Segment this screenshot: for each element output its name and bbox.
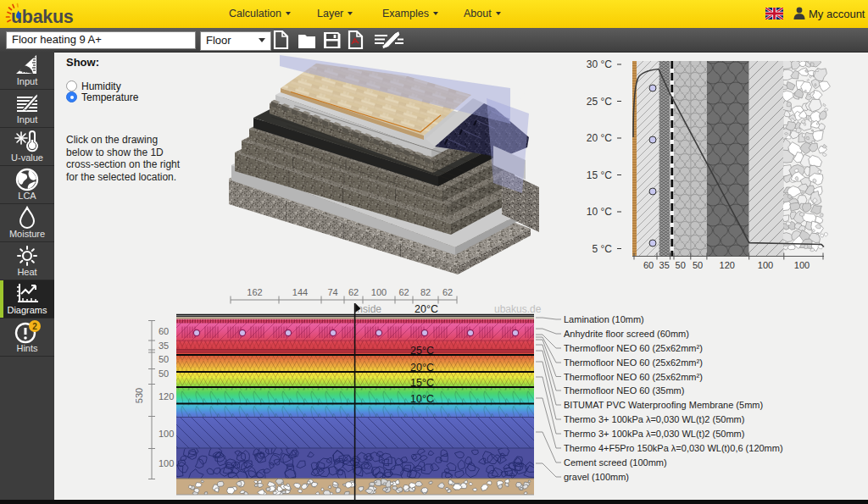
svg-text:100: 100 bbox=[159, 429, 174, 439]
svg-text:30 °C: 30 °C bbox=[587, 58, 612, 70]
svg-text:120: 120 bbox=[720, 260, 735, 270]
svg-text:82: 82 bbox=[420, 287, 431, 297]
svg-text:Anhydrite floor screed (60mm): Anhydrite floor screed (60mm) bbox=[564, 329, 689, 339]
svg-text:62: 62 bbox=[442, 287, 453, 297]
svg-text:BITUMAT PVC Waterproofing Memb: BITUMAT PVC Waterproofing Membrane (5mm) bbox=[564, 400, 763, 410]
svg-text:2: 2 bbox=[32, 322, 37, 331]
svg-text:5 °C: 5 °C bbox=[593, 243, 613, 255]
svg-text:20°C: 20°C bbox=[410, 362, 434, 374]
svg-text:15 °C: 15 °C bbox=[587, 169, 612, 181]
svg-text:20 °C: 20 °C bbox=[587, 132, 612, 144]
svg-text:Thermofloor NEO 60 (25x62mm²): Thermofloor NEO 60 (25x62mm²) bbox=[564, 357, 703, 368]
svg-text:50: 50 bbox=[676, 260, 686, 270]
svg-text:ubakus.de: ubakus.de bbox=[494, 303, 542, 315]
svg-text:Thermofloor NEO 60 (25x62mm²): Thermofloor NEO 60 (25x62mm²) bbox=[564, 372, 703, 382]
svg-text:Thermofloor NEO 60 (35mm): Thermofloor NEO 60 (35mm) bbox=[564, 385, 684, 396]
svg-text:530: 530 bbox=[136, 388, 144, 403]
svg-text:gravel (100mm): gravel (100mm) bbox=[564, 472, 629, 482]
svg-text:Lamination (10mm): Lamination (10mm) bbox=[564, 314, 644, 324]
svg-text:74: 74 bbox=[327, 287, 337, 297]
svg-text:62: 62 bbox=[348, 287, 359, 297]
svg-text:120: 120 bbox=[159, 391, 174, 402]
svg-text:10°C: 10°C bbox=[410, 393, 434, 405]
svg-text:25°C: 25°C bbox=[410, 345, 434, 357]
svg-text:50: 50 bbox=[159, 368, 169, 379]
svg-text:50: 50 bbox=[159, 354, 169, 364]
svg-text:100: 100 bbox=[159, 458, 174, 468]
svg-text:10 °C: 10 °C bbox=[587, 206, 612, 218]
svg-text:35: 35 bbox=[659, 260, 670, 270]
svg-text:60: 60 bbox=[643, 260, 654, 270]
svg-text:25 °C: 25 °C bbox=[587, 96, 612, 108]
svg-text:Cement screed (100mm): Cement screed (100mm) bbox=[564, 457, 667, 468]
svg-text:60: 60 bbox=[159, 326, 169, 336]
svg-text:162: 162 bbox=[247, 287, 262, 297]
svg-text:35: 35 bbox=[159, 341, 169, 351]
svg-text:Thermo 3+ 100kPa λ=0,030 WL(t): Thermo 3+ 100kPa λ=0,030 WL(t)2 (50mm) bbox=[564, 429, 744, 439]
svg-text:15°C: 15°C bbox=[410, 377, 434, 389]
svg-text:Thermo 4+F5Pro 150kPa λ=0,030: Thermo 4+F5Pro 150kPa λ=0,030 WL(t)0,6 (… bbox=[564, 443, 783, 453]
svg-text:100: 100 bbox=[794, 260, 810, 270]
svg-text:Thermofloor NEO 60 (25x62mm²): Thermofloor NEO 60 (25x62mm²) bbox=[564, 343, 703, 353]
svg-text:100: 100 bbox=[371, 287, 387, 297]
svg-text:62: 62 bbox=[398, 287, 409, 297]
svg-text:100: 100 bbox=[758, 260, 773, 270]
svg-text:20°C: 20°C bbox=[415, 303, 438, 315]
svg-text:144: 144 bbox=[292, 287, 308, 297]
svg-text:50: 50 bbox=[693, 260, 703, 270]
svg-text:Thermo 3+ 100kPa λ=0,030 WL(t): Thermo 3+ 100kPa λ=0,030 WL(t)2 (50mm) bbox=[564, 414, 744, 424]
